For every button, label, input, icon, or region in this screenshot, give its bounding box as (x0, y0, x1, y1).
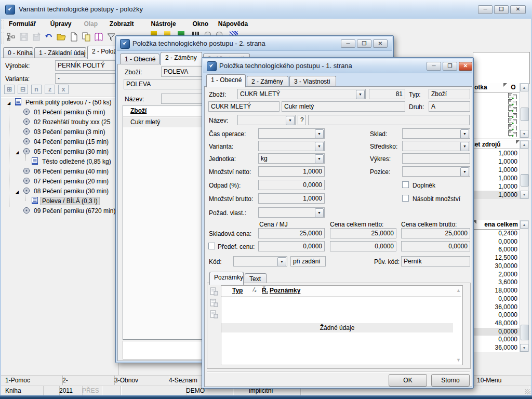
chevron-down-icon[interactable]: ▼ (460, 129, 469, 139)
dialog2-tab-2[interactable]: 2 - Záměny (161, 52, 202, 65)
grid-unit-scrollbar[interactable]: ▲ ▼ (520, 83, 529, 138)
scroll-thumb[interactable] (521, 108, 529, 121)
fkey-2[interactable]: 2- (57, 376, 115, 385)
menu-olap[interactable]: Olap (79, 19, 102, 29)
chevron-down-icon[interactable]: ▼ (460, 142, 469, 151)
grid-unit-col1-header[interactable]: otka (473, 83, 507, 92)
tree-item[interactable]: ◢05 Pečení perniku (30 min) (2, 147, 117, 157)
mnozstvi-netto-field[interactable]: 1,0000 (258, 166, 325, 177)
vykres-field[interactable] (402, 153, 470, 164)
grid-value-cell[interactable]: 12,5000 (473, 254, 520, 262)
main-tab-3[interactable]: 2 - Polož (87, 46, 119, 59)
skladova-mj-field[interactable]: 25,0000 (258, 228, 325, 238)
fkey-10[interactable]: 10-Menu (472, 376, 532, 385)
minimize-button[interactable]: ─ (341, 39, 355, 48)
nazev-combo[interactable]: ▼ (237, 115, 296, 125)
scroll-thumb[interactable] (521, 174, 529, 187)
grid-value-cell[interactable]: 0,0000 (473, 238, 520, 246)
predef-checkbox[interactable] (208, 243, 215, 249)
grid-value-cell[interactable]: 36,0000 (473, 303, 520, 312)
tree-item[interactable]: ◢08 Pečení perniku (30 min) (2, 187, 117, 196)
scroll-up-icon[interactable]: ▲ (520, 141, 528, 149)
zbozi-combo[interactable]: CUKR MLETÝ▼ (237, 89, 366, 99)
chevron-down-icon[interactable]: ▼ (315, 142, 324, 151)
tree-item[interactable]: 03 Pečení perniku (3 min) (2, 127, 117, 137)
menu-okno[interactable]: Okno (188, 19, 213, 29)
tree-item[interactable]: 02 Rozehřátí trouby xxx (25 (2, 117, 117, 127)
menu-upravy[interactable]: Úpravy (46, 19, 76, 29)
tool-x-button[interactable]: x (58, 85, 69, 94)
grid-total-header[interactable]: ena celkem (473, 220, 520, 230)
dialog1-tab-3[interactable]: 3 - Vlastnosti (289, 76, 336, 87)
tree-item[interactable]: 06 Pečení perniku (40 min) (2, 167, 117, 177)
expand-all-button[interactable]: ⊞ (4, 85, 15, 94)
notes-col-typ[interactable]: Typ (232, 287, 243, 294)
copy-icon[interactable] (81, 32, 92, 43)
scroll-down-icon[interactable]: ▼ (520, 344, 528, 352)
menu-formular[interactable]: Formulář (4, 19, 41, 29)
grid-value-cell[interactable]: 18,0000 (473, 287, 520, 295)
sklad-combo[interactable]: ▼ (402, 128, 470, 139)
save-as-icon[interactable] (31, 32, 42, 43)
predef-mj-field[interactable]: 0,0000 (258, 241, 325, 251)
chevron-down-icon[interactable]: ▼ (356, 90, 365, 99)
linked-item-icon[interactable] (508, 93, 520, 99)
grid-value-cell[interactable]: 3,6000 (473, 278, 520, 287)
grid-value-cell[interactable]: 48,0000 (473, 320, 520, 328)
chevron-down-icon[interactable]: ▼ (286, 116, 295, 125)
varianta-combo[interactable]: ▼ (258, 141, 325, 151)
dialog2-tab-1[interactable]: 1 - Obecné (120, 54, 159, 65)
menu-zobrazit[interactable]: Zobrazit (105, 19, 139, 29)
menu-napoveda[interactable]: Nápověda (214, 19, 252, 29)
kod-mode-field[interactable]: při zadání (290, 256, 326, 267)
w2-zbozi-readonly[interactable]: POLEVA (124, 79, 203, 89)
minimize-button[interactable]: ─ (427, 62, 441, 71)
grid-value-cell[interactable]: 0,2400 (473, 230, 520, 238)
stredisko-combo[interactable]: ▼ (402, 141, 470, 151)
scroll-down-icon[interactable]: ▼ (520, 130, 528, 138)
hierarchy-icon[interactable] (6, 32, 17, 43)
main-tab-2[interactable]: 1 - Základní údaje (34, 47, 86, 59)
chevron-down-icon[interactable]: ▼ (277, 257, 286, 267)
chevron-down-icon[interactable]: ▼ (460, 167, 469, 177)
nazev-readonly[interactable] (308, 115, 470, 125)
grid-value-cell[interactable]: 0,0000 (473, 336, 520, 344)
zbozi-id-field[interactable]: 81 (369, 89, 405, 99)
help-button[interactable]: ? (298, 115, 306, 125)
grid-value-cell[interactable]: 36,0000 (473, 344, 520, 352)
undo-icon[interactable] (43, 32, 55, 43)
notes-col-r[interactable]: Ř. (262, 287, 268, 294)
chevron-down-icon[interactable]: ▼ (315, 208, 324, 218)
open-folder-icon[interactable] (56, 32, 67, 43)
linked-item-icon[interactable] (508, 112, 520, 118)
notes-tab-1[interactable]: Poznámky (209, 272, 244, 285)
zbozi-code-readonly[interactable]: CUKR MLETÝ (208, 101, 280, 112)
chevron-down-icon[interactable]: ▼ (315, 154, 324, 164)
grid-value-cell[interactable]: 1,0000 (473, 166, 520, 174)
pozice-combo[interactable]: ▼ (402, 166, 470, 177)
linked-item-icon[interactable] (508, 124, 520, 130)
linked-item-icon[interactable] (508, 130, 520, 137)
grid-total-scrollbar[interactable]: ▲ ▼ (520, 220, 529, 352)
linked-item-icon[interactable] (508, 118, 520, 124)
grid-value-cell[interactable]: 1,0000 (473, 182, 520, 191)
scroll-thumb[interactable] (521, 325, 529, 340)
nasobit-checkbox[interactable] (402, 195, 409, 202)
book-icon[interactable] (93, 32, 104, 43)
tree-item[interactable]: Poleva / BÍLÁ (0,3 l) (2, 196, 117, 206)
linked-item-icon[interactable] (508, 105, 520, 112)
notes-col-poznamky[interactable]: Poznámky (270, 287, 300, 294)
grid-unit-col2-header[interactable]: O (507, 83, 520, 92)
grid-sources-header[interactable]: čet zdrojů (473, 140, 520, 149)
tree-item[interactable]: 07 Pečení perniku (20 min) (2, 177, 117, 187)
grid-value-cell[interactable]: 30,0000 (473, 262, 520, 271)
typ-field[interactable]: Zboží (429, 89, 470, 99)
jednotka-combo[interactable]: kg▼ (258, 153, 325, 164)
tree-expanded-icon[interactable]: ◢ (16, 148, 23, 157)
grid-value-cell[interactable]: 1,0000 (473, 149, 520, 157)
note-open-icon[interactable] (210, 299, 218, 309)
minimize-button[interactable]: ─ (478, 5, 493, 14)
storno-button[interactable]: Storno (431, 374, 470, 387)
tool-n-button[interactable]: n (31, 85, 42, 94)
grid-value-cell[interactable]: 1,0000 (473, 157, 520, 166)
